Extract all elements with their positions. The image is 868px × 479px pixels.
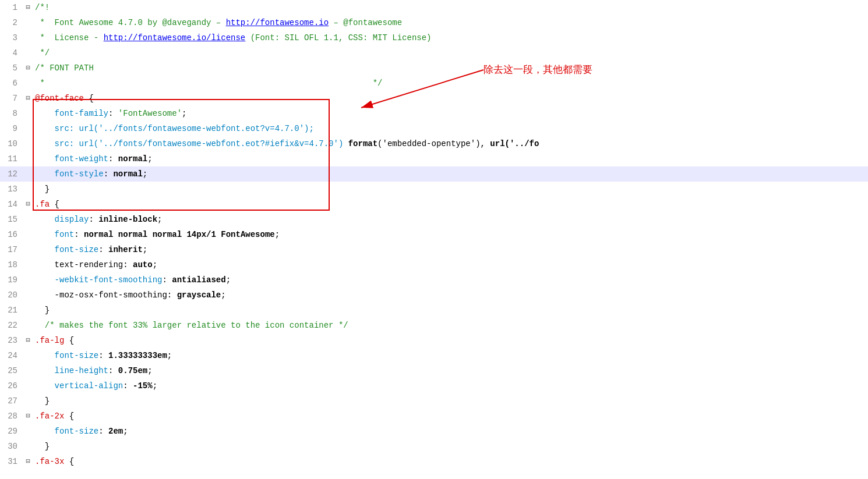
code-token: : (167, 290, 177, 300)
code-token: auto (133, 260, 153, 269)
code-line: 12 font-style: normal; (0, 166, 868, 182)
line-number: 13 (0, 182, 23, 197)
code-token: url('../fo (490, 139, 539, 148)
code-content: src: url('../fonts/fontawesome-webfont.e… (33, 136, 868, 151)
code-token: grayscale (177, 290, 221, 300)
code-token: { (50, 200, 59, 209)
code-token: ; (143, 169, 147, 179)
code-content: /* FONT PATH (33, 61, 868, 76)
fold-icon[interactable]: ⊟ (23, 409, 33, 424)
code-token: : (98, 427, 108, 436)
code-line: 9 src: url('../fonts/fontawesome-webfont… (0, 121, 868, 136)
code-line: 5⊟/* FONT PATH (0, 61, 868, 76)
code-token: : (123, 260, 133, 269)
fold-icon[interactable]: ⊟ (23, 61, 33, 76)
code-content: font-weight: normal; (33, 151, 868, 166)
code-token: .fa-lg (35, 336, 64, 345)
code-token: : (123, 381, 133, 391)
code-line: 7⊟@font-face { (0, 91, 868, 106)
code-content: font-size: inherit; (33, 242, 868, 257)
code-token: format (348, 139, 377, 148)
code-line: 31⊟.fa-3x { (0, 454, 868, 469)
code-token: * License - (35, 33, 104, 42)
code-token: } (35, 306, 50, 315)
code-token: ; (123, 427, 128, 436)
fold-icon[interactable]: ⊟ (23, 0, 33, 15)
code-token: src: url('../fonts/fontawesome-webfont.e… (35, 124, 314, 133)
code-line: 27 } (0, 393, 868, 409)
code-token: : (108, 366, 118, 375)
code-token: font-size (35, 351, 98, 360)
code-content: } (33, 393, 868, 409)
code-line: 28⊟.fa-2x { (0, 409, 868, 424)
code-token: 1.33333333em (108, 351, 167, 360)
code-line: 3 * License - http://fontawesome.io/lice… (0, 30, 868, 45)
code-token: : (104, 169, 114, 179)
code-line: 10 src: url('../fonts/fontawesome-webfon… (0, 136, 868, 151)
code-token: { (84, 94, 94, 103)
code-token: ; (143, 245, 147, 254)
line-number: 23 (0, 333, 23, 348)
line-number: 17 (0, 242, 23, 257)
code-token: display (35, 215, 89, 224)
code-line: 8 font-family: 'FontAwesome'; (0, 106, 868, 121)
code-content: font: normal normal normal 14px/1 FontAw… (33, 227, 868, 242)
line-number: 5 (0, 61, 23, 76)
code-content: display: inline-block; (33, 212, 868, 227)
code-token: : (74, 230, 84, 239)
code-line: 15 display: inline-block; (0, 212, 868, 227)
code-line: 19 -webkit-font-smoothing: antialiased; (0, 272, 868, 288)
code-token: font-size (35, 245, 98, 254)
fold-icon[interactable]: ⊟ (23, 333, 33, 348)
code-token: : (108, 109, 118, 118)
code-content: } (33, 303, 868, 318)
line-number: 19 (0, 272, 23, 288)
code-token: .fa (35, 200, 50, 209)
line-number: 15 (0, 212, 23, 227)
code-line: 11 font-weight: normal; (0, 151, 868, 166)
code-line: 26 vertical-align: -15%; (0, 378, 868, 393)
code-token: { (64, 457, 74, 466)
code-content: @font-face { (33, 91, 868, 106)
line-number: 16 (0, 227, 23, 242)
line-number: 26 (0, 378, 23, 393)
fold-icon[interactable]: ⊟ (23, 91, 33, 106)
code-content: font-family: 'FontAwesome'; (33, 106, 868, 121)
code-token: ; (226, 275, 231, 285)
code-content: * License - http://fontawesome.io/licens… (33, 30, 868, 45)
code-token: ; (153, 260, 157, 269)
code-line: 18 text-rendering: auto; (0, 257, 868, 272)
code-token: * Font Awesome 4.7.0 by @davegandy – (35, 18, 226, 27)
code-line: 17 font-size: inherit; (0, 242, 868, 257)
code-token: ; (147, 366, 152, 375)
code-content: font-style: normal; (33, 166, 868, 182)
code-token: ; (221, 290, 225, 300)
code-token: -webkit-font-smoothing (35, 275, 162, 285)
code-token: src: url('../fonts/fontawesome-webfont.e… (35, 139, 348, 148)
code-content: font-size: 2em; (33, 424, 868, 439)
code-token: : (108, 154, 118, 164)
code-token: line-height (35, 366, 108, 375)
code-content: .fa { (33, 197, 868, 212)
line-number: 31 (0, 454, 23, 469)
code-content: src: url('../fonts/fontawesome-webfont.e… (33, 121, 868, 136)
line-number: 4 (0, 45, 23, 61)
code-token: normal (118, 154, 147, 164)
code-token: font-weight (35, 154, 108, 164)
code-token: ; (167, 351, 172, 360)
code-token: vertical-align (35, 381, 123, 391)
line-number: 28 (0, 409, 23, 424)
fold-icon[interactable]: ⊟ (23, 454, 33, 469)
line-number: 25 (0, 363, 23, 378)
code-token: .fa-3x (35, 457, 64, 466)
code-token: -15% (133, 381, 153, 391)
code-token: normal normal normal 14px/1 FontAwesome (84, 230, 275, 239)
code-token: http://fontawesome.io (226, 18, 329, 27)
code-token: ; (275, 230, 280, 239)
code-token: /*! (35, 3, 50, 12)
code-content: .fa-3x { (33, 454, 868, 469)
code-token: } (35, 396, 50, 406)
code-token: { (64, 336, 74, 345)
line-number: 30 (0, 439, 23, 454)
fold-icon[interactable]: ⊟ (23, 197, 33, 212)
